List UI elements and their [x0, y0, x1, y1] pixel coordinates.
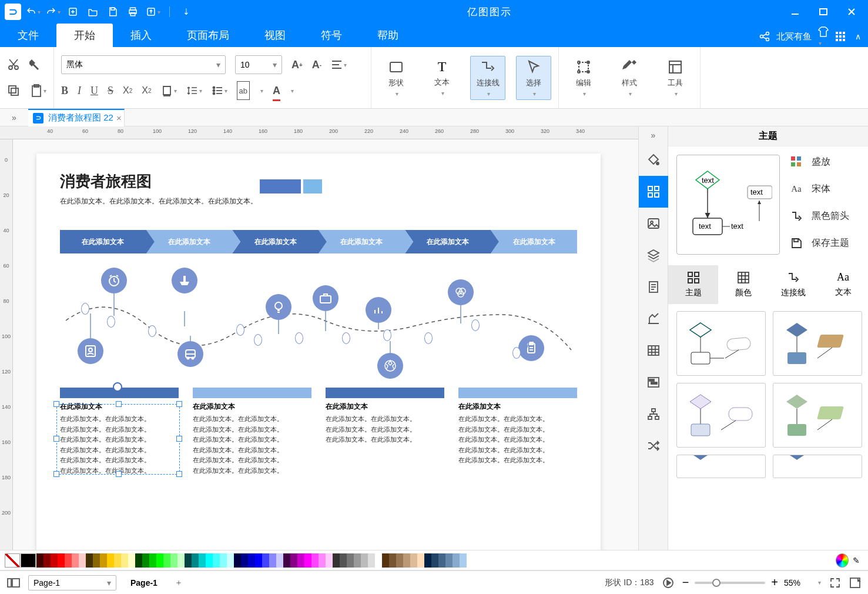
color-swatch[interactable] — [163, 553, 170, 568]
document-tab[interactable]: ⊃ 消费者旅程图 22 × — [28, 109, 125, 126]
share-icon[interactable] — [759, 31, 770, 42]
pages-toggle-icon[interactable] — [7, 578, 20, 588]
chevron-item[interactable]: 在此添加文本 — [491, 230, 577, 253]
color-swatch[interactable] — [340, 553, 347, 568]
color-swatch[interactable] — [21, 553, 36, 568]
color-swatch[interactable] — [114, 553, 121, 568]
chevron-item[interactable]: 在此添加文本 — [60, 230, 146, 253]
color-swatch[interactable] — [283, 553, 290, 568]
underline-icon[interactable]: U — [91, 81, 98, 100]
color-swatch[interactable] — [234, 553, 241, 568]
subscript-icon[interactable]: X2 — [142, 81, 151, 100]
column-2[interactable]: 在此添加文本 在此添加文本。在此添加文本。在此添加文本。在此添加文本。在此添加文… — [193, 388, 311, 476]
subtab-theme[interactable]: 主题 — [668, 265, 718, 304]
more-colors-icon[interactable] — [836, 553, 849, 568]
color-swatch[interactable] — [333, 553, 340, 568]
text-tool[interactable]: T 文本▾ — [424, 56, 460, 99]
zoom-in-button[interactable]: + — [771, 576, 778, 589]
color-swatch[interactable] — [93, 553, 100, 568]
color-swatch[interactable] — [396, 553, 403, 568]
color-swatch[interactable] — [326, 553, 333, 568]
zoom-slider[interactable] — [695, 582, 765, 584]
color-swatch[interactable] — [72, 553, 79, 568]
color-swatch[interactable] — [424, 553, 431, 568]
color-swatch[interactable] — [185, 553, 192, 568]
font-size-select[interactable]: 10▾ — [235, 55, 282, 74]
connector-tool[interactable]: 连接线▾ — [470, 56, 505, 100]
subtab-text[interactable]: Aa文本 — [818, 265, 868, 304]
zoom-value[interactable]: 55% — [784, 578, 811, 588]
chevron-item[interactable]: 在此添加文本 — [319, 230, 405, 253]
paste-icon[interactable]: ▾ — [29, 81, 46, 100]
add-page-button[interactable]: ＋ — [172, 576, 186, 590]
page-tab[interactable]: Page-1 — [125, 578, 163, 588]
color-swatch[interactable] — [170, 553, 177, 568]
color-swatch[interactable] — [431, 553, 438, 568]
subtab-connector[interactable]: 连接线 — [768, 265, 818, 304]
text-highlight-icon[interactable]: ▾ — [161, 81, 177, 100]
font-family-select[interactable]: 黑体▾ — [61, 55, 226, 74]
tools-menu[interactable]: 工具▾ — [658, 56, 693, 99]
redo-icon[interactable]: ▾ — [45, 4, 61, 20]
color-swatch[interactable] — [453, 553, 460, 568]
color-swatch[interactable] — [199, 553, 206, 568]
color-swatch[interactable] — [354, 553, 361, 568]
increase-font-icon[interactable]: A+ — [291, 55, 303, 74]
bullets-icon[interactable]: ▾ — [212, 81, 227, 100]
color-swatch[interactable] — [100, 553, 107, 568]
undo-icon[interactable]: ▾ — [25, 4, 41, 20]
color-swatch[interactable] — [290, 553, 297, 568]
save-icon[interactable] — [105, 4, 121, 20]
color-swatch[interactable] — [142, 553, 149, 568]
color-swatch[interactable] — [220, 553, 227, 568]
contact-icon[interactable] — [78, 338, 103, 364]
color-swatch[interactable] — [389, 553, 396, 568]
color-swatch[interactable] — [107, 553, 114, 568]
fit-page-icon[interactable] — [829, 577, 841, 589]
close-button[interactable] — [841, 3, 862, 21]
layers-tab-icon[interactable] — [639, 239, 668, 271]
align-icon[interactable]: ▾ — [331, 55, 347, 74]
no-fill-swatch[interactable] — [5, 553, 20, 568]
print-icon[interactable] — [125, 4, 141, 20]
tab-file[interactable]: 文件 — [0, 24, 56, 47]
customize-qat-icon[interactable]: ⇣ — [178, 4, 195, 20]
theme-card[interactable] — [773, 455, 862, 478]
color-swatch[interactable] — [135, 553, 142, 568]
open-icon[interactable] — [85, 4, 101, 20]
theme-card[interactable] — [676, 311, 766, 376]
edit-group[interactable]: 编辑▾ — [566, 56, 601, 99]
color-swatch[interactable] — [241, 553, 248, 568]
select-tool[interactable]: 选择▾ — [516, 56, 551, 100]
football-icon[interactable] — [377, 353, 403, 379]
color-swatch[interactable] — [149, 553, 156, 568]
color-swatch[interactable] — [304, 553, 311, 568]
grid-menu-icon[interactable] — [835, 31, 846, 42]
color-swatch[interactable] — [65, 553, 72, 568]
italic-icon[interactable]: I — [78, 81, 81, 100]
page-select[interactable]: Page-1▾ — [28, 575, 116, 590]
tshirt-icon[interactable]: ▾ — [817, 26, 829, 47]
bulb-icon[interactable] — [266, 294, 291, 320]
color-swatch[interactable] — [128, 553, 135, 568]
boat-icon[interactable] — [172, 268, 197, 293]
theme-font-option[interactable]: Aa 宋体 — [789, 182, 860, 196]
theme-card[interactable] — [773, 383, 862, 448]
save-theme-option[interactable]: 保存主题 — [789, 236, 860, 250]
canvas[interactable]: 消费者旅程图 在此添加文本。在此添加文本。在此添加文本。在此添加文本。 在此添加… — [13, 139, 638, 550]
style-tool[interactable]: 样式▾ — [612, 56, 647, 99]
chevron-item[interactable]: 在此添加文本 — [146, 230, 233, 253]
color-swatch[interactable] — [36, 553, 43, 568]
bus-icon[interactable] — [177, 341, 203, 367]
color-swatch[interactable] — [86, 553, 93, 568]
expand-shapes-panel-icon[interactable]: » — [0, 113, 28, 122]
shape-tool[interactable]: 形状▾ — [378, 56, 414, 99]
color-swatch[interactable] — [79, 553, 86, 568]
clock-icon[interactable] — [101, 268, 127, 293]
superscript-icon[interactable]: X2 — [123, 81, 132, 100]
tab-home[interactable]: 开始 — [56, 24, 113, 47]
hierarchy-tab-icon[interactable] — [639, 398, 668, 430]
tab-symbol[interactable]: 符号 — [303, 24, 360, 47]
venn-icon[interactable] — [448, 279, 474, 305]
column-1-selected[interactable]: 在此添加文本 在此添加文本。在此添加文本。在此添加文本。在此添加文本。在此添加文… — [60, 388, 179, 476]
